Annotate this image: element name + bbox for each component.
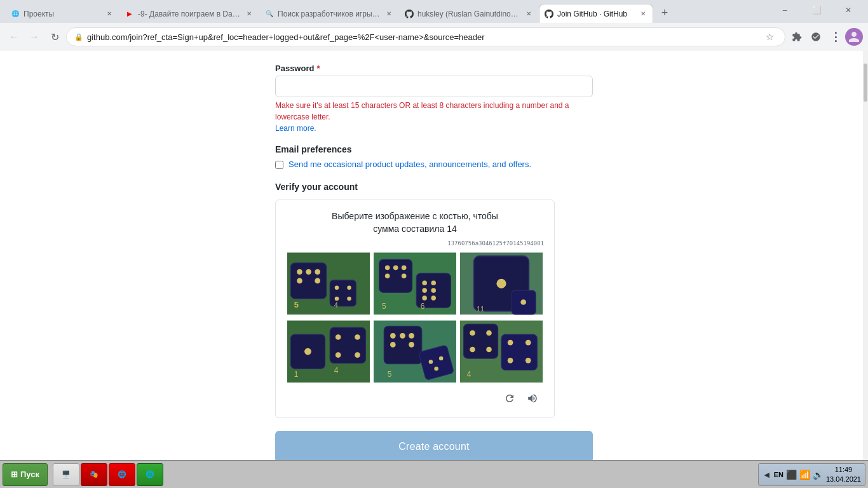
password-hint: Make sure it's at least 15 characters OR… [275,100,593,134]
captcha-box: Выберите изображение с костью, чтобысумм… [275,200,555,418]
taskbar-app-1[interactable]: 🖥️ [53,463,79,486]
svg-point-27 [431,295,436,301]
tray-arrow-icon[interactable]: ◄ [763,470,771,480]
tab-5[interactable]: Join GitHub · GitHub ✕ [539,4,653,23]
svg-rect-64 [501,334,537,370]
taskbar-app-4-icon: 🌐 [146,470,154,478]
tab-3[interactable]: 🔍 Поиск разработчиков игры "Эхо ... ✕ [259,4,399,23]
svg-text:5: 5 [294,300,299,309]
captcha-audio-button[interactable] [524,390,541,407]
learn-more-link[interactable]: Learn more. [275,124,316,133]
tab-2[interactable]: ▶ -9- Давайте поиграем в Dark Eart ✕ [119,4,259,23]
svg-point-65 [508,340,513,346]
email-prefs-title: Email preferences [275,144,593,154]
svg-point-66 [526,340,531,346]
taskbar-app-3[interactable]: 🌐 [109,463,135,486]
page-inner: Password * Make sure it's at least 15 ch… [0,51,868,482]
svg-point-8 [335,286,339,290]
start-button[interactable]: ⊞ Пуск [3,463,48,486]
tab-2-title: -9- Давайте поиграем в Dark Eart [138,10,241,18]
captcha-cell-2[interactable]: 5 6 [372,250,458,317]
scrollbar-thumb[interactable] [864,64,867,102]
email-prefs-checkbox[interactable] [275,161,283,169]
svg-point-40 [336,334,341,340]
start-label: Пуск [20,470,39,479]
svg-rect-39 [330,327,365,363]
svg-point-68 [526,358,531,363]
tab-5-close[interactable]: ✕ [639,10,648,18]
svg-point-4 [315,269,320,275]
page-scroll-area: Password * Make sure it's at least 15 ch… [0,51,868,488]
captcha-refresh-button[interactable] [501,390,519,407]
tab-4[interactable]: huksley (Ruslan Gainutdinov) · Git ✕ [399,4,539,23]
extensions-button[interactable] [788,28,806,46]
tab-4-title: huksley (Ruslan Gainutdinov) · Git [417,10,520,18]
svg-text:4: 4 [334,301,338,309]
svg-point-17 [393,266,398,271]
url-text: github.com/join?ref_cta=Sign+up&ref_loc=… [87,32,758,42]
reload-button[interactable]: ↻ [46,28,64,46]
user-avatar[interactable] [845,28,863,46]
svg-point-56 [434,367,438,371]
captcha-cell-1[interactable]: 5 4 [286,250,371,317]
tab-3-favicon: 🔍 [265,10,274,18]
captcha-cell-5[interactable]: 5 [372,318,458,385]
password-required: * [316,64,320,73]
svg-point-11 [347,297,351,301]
forward-button[interactable]: → [25,28,43,46]
svg-point-38 [304,348,311,355]
captcha-cell-6[interactable]: 4 [459,318,544,385]
svg-point-25 [431,288,436,293]
scrollbar[interactable] [863,51,868,488]
svg-text:6: 6 [421,302,425,311]
start-icon: ⊞ [11,470,18,479]
taskbar-app-4[interactable]: 🌐 [137,463,163,486]
taskbar-app-1-icon: 🖥️ [62,470,71,478]
window-controls: – ⬜ ✕ [770,1,863,23]
back-button[interactable]: ← [5,28,23,46]
profile-button[interactable] [807,28,825,46]
tab-2-close[interactable]: ✕ [245,10,254,18]
svg-point-22 [422,281,427,286]
bookmark-icon[interactable]: ☆ [762,29,777,44]
tray-volume-icon[interactable]: 🔊 [813,470,824,480]
email-prefs-section: Email preferences Send me occasional pro… [275,144,593,169]
svg-point-43 [355,352,360,358]
svg-point-54 [429,360,433,364]
svg-point-52 [409,342,414,348]
tab-2-favicon: ▶ [125,10,134,18]
captcha-cell-4[interactable]: 1 4 [286,318,371,385]
svg-point-23 [431,281,436,286]
captcha-cell-3[interactable]: 11 [459,250,544,317]
taskbar-app-2-icon: 🎭 [90,470,98,478]
svg-text:4: 4 [467,370,471,379]
minimize-button[interactable]: – [770,1,799,19]
maximize-button[interactable]: ⬜ [802,1,831,19]
tab-5-title: Join GitHub · GitHub [557,10,635,18]
svg-point-32 [496,279,506,288]
tab-1-close[interactable]: ✕ [105,10,114,18]
tab-4-close[interactable]: ✕ [524,10,533,18]
svg-point-49 [400,333,405,339]
svg-point-6 [315,278,320,284]
tab-1[interactable]: 🌐 Проекты ✕ [5,4,119,23]
svg-point-50 [409,333,414,339]
close-button[interactable]: ✕ [834,1,863,19]
captcha-instruction: Выберите изображение с костью, чтобысумм… [286,210,544,235]
system-tray: ◄ EN ⬛ 📶 🔊 11:49 13.04.2021 [758,463,865,486]
tab-3-close[interactable]: ✕ [384,10,393,18]
email-prefs-label[interactable]: Send me occasional product updates, anno… [288,159,531,169]
svg-point-20 [402,274,407,279]
taskbar-app-2[interactable]: 🎭 [81,463,107,486]
tab-1-title: Проекты [24,10,101,18]
svg-rect-47 [384,326,422,364]
tray-battery-icon: ⬛ [786,470,797,480]
address-box[interactable]: 🔒 github.com/join?ref_cta=Sign+up&ref_lo… [66,27,785,46]
new-tab-button[interactable]: + [656,4,674,22]
chrome-right-icons: ⋮ [788,28,863,46]
create-account-button[interactable]: Create account [275,431,593,463]
svg-text:4: 4 [334,366,339,375]
svg-point-3 [306,269,311,275]
password-input[interactable] [275,76,593,97]
menu-icon[interactable]: ⋮ [826,28,844,46]
